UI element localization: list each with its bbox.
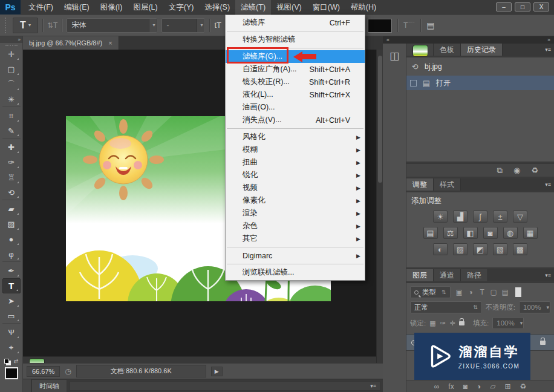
levels-icon[interactable]: ▟ (453, 211, 468, 223)
filter-menu-item[interactable]: 滤镜库 Ctrl+F ▶ (226, 16, 365, 29)
panel-tab[interactable]: 调整 (406, 178, 434, 191)
healing-brush-tool[interactable]: ✚ (2, 140, 21, 155)
fill-select[interactable]: 100% ▾ (492, 317, 524, 329)
threshold-icon[interactable]: ◩ (473, 243, 487, 255)
filter-menu-item[interactable]: 滤镜库(G)... ▶ (226, 50, 365, 63)
minimize-button[interactable]: – (496, 2, 512, 11)
font-style-select[interactable]: - ▾ (161, 18, 205, 33)
warp-text-icon[interactable]: T⌒ (403, 21, 415, 31)
gradient-tool[interactable]: ▨ (2, 217, 21, 232)
toolbar-collapse-icon[interactable]: » (0, 36, 22, 43)
pixel-filter-icon[interactable]: ▣ (454, 288, 464, 296)
shape-filter-icon[interactable]: ▢ (489, 288, 499, 296)
lock-all-icon[interactable] (459, 321, 464, 325)
vibrance-icon[interactable]: ▽ (513, 211, 527, 223)
hue-saturation-icon[interactable]: ▤ (423, 227, 438, 239)
panel-tab[interactable]: 色板 (434, 44, 461, 56)
panel-tab[interactable]: 通道 (434, 269, 461, 281)
filter-menu-item[interactable]: 风格化 ▶ (226, 131, 365, 143)
blur-tool[interactable]: ● (2, 232, 21, 247)
expand-panels-icon[interactable]: « (386, 36, 389, 44)
text-color-swatch[interactable] (368, 19, 392, 33)
opacity-select[interactable]: 100% ▾ (519, 301, 550, 313)
maximize-button[interactable]: □ (515, 2, 530, 11)
filter-menu-item[interactable]: ▶ (227, 128, 363, 129)
smart-object-filter-icon[interactable]: ▤ (500, 288, 510, 296)
history-snapshot-row[interactable]: ⟲ bj.jpg (406, 59, 554, 74)
layer-mask-icon[interactable]: ◙ (463, 382, 468, 391)
eyedropper-tool[interactable]: ✎ (2, 123, 21, 139)
new-group-icon[interactable]: ▱ (490, 382, 495, 391)
color-lookup-icon[interactable]: ▦ (523, 227, 538, 239)
type-tool[interactable]: T (2, 278, 21, 293)
history-brush-tool[interactable]: ⟲ (2, 185, 21, 200)
menubar-item[interactable]: 帮助(H) (345, 0, 382, 15)
channel-mixer-icon[interactable]: ◍ (503, 227, 518, 239)
toggle-panels-icon[interactable]: ▤ (426, 21, 434, 30)
filter-menu-item[interactable]: 消失点(V)... Alt+Ctrl+V ▶ (226, 114, 365, 126)
filter-menu-item[interactable]: 镜头校正(R)... Shift+Ctrl+R ▶ (226, 76, 365, 88)
filter-menu-item[interactable]: 视频 ▶ (226, 181, 365, 194)
filter-menu-item[interactable]: ▶ (227, 264, 363, 264)
filter-menu-item[interactable]: ▶ (227, 48, 363, 48)
menubar-item[interactable]: 视图(V) (271, 0, 307, 15)
menubar-item[interactable]: 文字(Y) (163, 0, 200, 15)
horizontal-scrollbar[interactable] (23, 356, 376, 363)
brightness-contrast-icon[interactable]: ☀ (433, 211, 448, 223)
filter-menu-item[interactable]: ▶ (227, 31, 363, 31)
posterize-icon[interactable]: ▨ (453, 243, 468, 255)
hand-tool[interactable]: Ѱ (2, 325, 21, 340)
panel-menu-icon[interactable]: ▾≡ (545, 44, 554, 56)
filter-menu-item[interactable]: 浏览联机滤镜... ▶ (226, 266, 365, 279)
invert-icon[interactable]: ◐ (433, 243, 448, 255)
color-balance-icon[interactable]: ⚖ (443, 227, 458, 239)
filter-menu-item[interactable]: Digimarc ▶ (226, 249, 365, 262)
panel-tab[interactable]: 历史记录 (461, 44, 503, 56)
timeline-tab[interactable]: 时间轴 (31, 379, 67, 392)
brush-tool[interactable]: ✑ (2, 155, 21, 170)
type-filter-icon[interactable]: T (477, 288, 487, 296)
history-brush-source-icon[interactable]: ⟲ (410, 62, 420, 71)
panel-menu-icon[interactable]: ▾≡ (545, 178, 554, 191)
timeline-menu-icon[interactable]: ▾≡ (370, 383, 380, 389)
pen-tool[interactable]: ✒ (2, 263, 21, 278)
filter-menu-item[interactable]: 其它 ▶ (226, 232, 365, 245)
history-state-row[interactable]: ▤ 打开 (406, 76, 554, 90)
vertical-scrollbar[interactable] (376, 50, 383, 363)
move-tool[interactable]: ✛ (2, 47, 21, 62)
lock-position-icon[interactable]: ✛ (450, 319, 455, 327)
type-tool-preset[interactable]: T ▾ (13, 18, 38, 33)
menubar-item[interactable]: 编辑(E) (59, 0, 95, 15)
new-adjustment-layer-icon[interactable]: ◑ (477, 382, 481, 391)
filter-menu-item[interactable]: 油画(O)... ▶ (226, 101, 365, 114)
menubar-item[interactable]: 文件(F) (23, 0, 59, 15)
curves-icon[interactable]: ∫ (473, 211, 487, 223)
layer-filter-select[interactable]: 类型 ⇅ (410, 286, 451, 298)
panel-tab[interactable]: 样式 (434, 178, 461, 191)
horizontal-scroll-thumb[interactable] (29, 358, 45, 363)
clone-stamp-tool[interactable]: ♖ (2, 170, 21, 185)
gradient-map-icon[interactable]: ▧ (493, 243, 507, 255)
menubar-item[interactable]: 图层(L) (128, 0, 163, 15)
menubar-item[interactable]: 滤镜(T) (235, 0, 271, 15)
text-orientation-icon[interactable]: ⇅T (47, 21, 57, 30)
lock-transparency-icon[interactable]: ▦ (429, 319, 435, 327)
vertical-scroll-thumb[interactable] (378, 56, 382, 183)
adjustment-filter-icon[interactable]: ◑ (466, 288, 476, 296)
filter-menu-item[interactable]: 液化(L)... Shift+Ctrl+X ▶ (226, 88, 365, 101)
tab-close-icon[interactable]: × (108, 39, 112, 47)
zoom-level[interactable]: 66.67% (27, 366, 60, 377)
eraser-tool[interactable]: ▰ (2, 201, 21, 217)
dodge-tool[interactable]: φ (2, 247, 21, 262)
filter-menu-item[interactable]: 杂色 ▶ (226, 220, 365, 232)
lock-paint-icon[interactable]: ✑ (440, 319, 446, 327)
filter-toggle-button[interactable] (515, 287, 521, 297)
status-expand-icon[interactable]: ▶ (211, 367, 223, 376)
filter-menu-item[interactable]: 锐化 ▶ (226, 169, 365, 181)
rectangle-tool[interactable]: ▭ (2, 309, 21, 324)
delete-state-icon[interactable]: ♻ (531, 166, 538, 175)
new-snapshot-icon[interactable]: ◉ (513, 166, 520, 175)
default-colors-icon[interactable]: ⇄ (4, 358, 19, 364)
blend-mode-select[interactable]: 正常 ⇅ (410, 301, 482, 313)
close-button[interactable]: X (533, 2, 549, 11)
